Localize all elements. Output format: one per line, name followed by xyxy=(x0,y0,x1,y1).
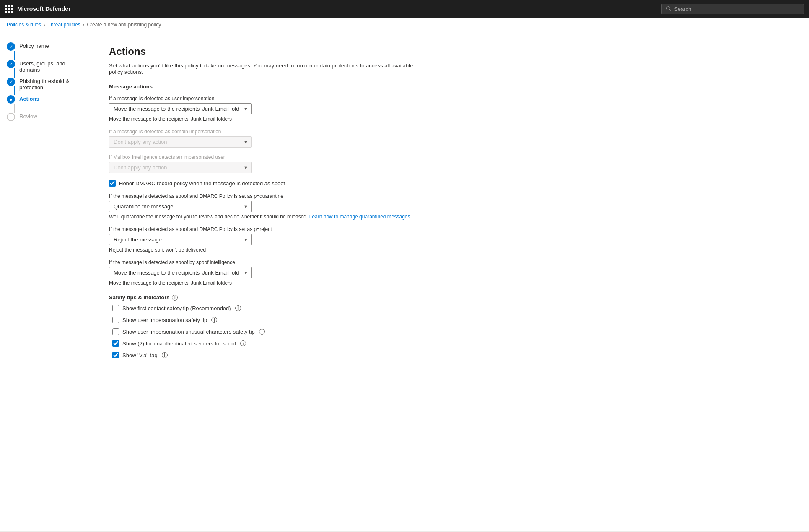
spoof-reject-label: If the message is detected as spoof and … xyxy=(109,226,792,232)
via-tag-info-icon[interactable]: i xyxy=(162,352,168,358)
spoof-intelligence-select-wrapper: Move the message to the recipients' Junk… xyxy=(109,267,252,278)
via-tag-label[interactable]: Show "via" tag xyxy=(122,352,158,358)
step-connector-2 xyxy=(14,68,15,78)
unauthenticated-senders-label[interactable]: Show (?) for unauthenticated senders for… xyxy=(122,340,236,347)
safety-tip-user-impersonation-row: Show user impersonation safety tip i xyxy=(112,317,792,323)
breadcrumb-sep-1: › xyxy=(44,22,45,27)
breadcrumb-policies-rules[interactable]: Policies & rules xyxy=(7,22,41,28)
user-impersonation-select-wrapper: Move the message to the recipients' Junk… xyxy=(109,103,252,114)
spoof-quarantine-select[interactable]: Quarantine the message Move the message … xyxy=(109,201,252,212)
sidebar-item-phishing-threshold[interactable]: ✓ Phishing threshold & protection xyxy=(7,78,85,95)
safety-checkboxes: Show first contact safety tip (Recommend… xyxy=(109,305,792,360)
unauthenticated-senders-checkbox[interactable] xyxy=(112,340,119,347)
step-connector-4 xyxy=(14,104,15,113)
domain-impersonation-select[interactable]: Don't apply any action xyxy=(109,136,252,148)
spoof-intelligence-helper: Move the message to the recipients' Junk… xyxy=(109,280,792,286)
safety-tips-title: Safety tips & indicators i xyxy=(109,294,792,301)
honor-dmarc-label[interactable]: Honor DMARC record policy when the messa… xyxy=(119,180,285,187)
quarantine-learn-more-link[interactable]: Learn how to manage quarantined messages xyxy=(309,214,410,220)
breadcrumb-current: Create a new anti-phishing policy xyxy=(87,22,161,28)
breadcrumb: Policies & rules › Threat policies › Cre… xyxy=(0,18,809,32)
main-content: Actions Set what actions you'd like this… xyxy=(92,32,809,531)
honor-dmarc-checkbox[interactable] xyxy=(109,180,116,187)
step-circle-phishing: ✓ xyxy=(7,78,15,86)
top-navigation: Microsoft Defender xyxy=(0,0,809,18)
user-imp-tip-info-icon[interactable]: i xyxy=(211,317,217,323)
user-impersonation-group: If a message is detected as user imperso… xyxy=(109,96,792,122)
spoof-intelligence-group: If the message is detected as spoof by s… xyxy=(109,260,792,286)
domain-impersonation-select-wrapper: Don't apply any action ▼ xyxy=(109,136,252,148)
search-box[interactable] xyxy=(661,4,804,14)
step-circle-policy-name: ✓ xyxy=(7,42,15,51)
spoof-reject-group: If the message is detected as spoof and … xyxy=(109,226,792,253)
spoof-reject-select[interactable]: Reject the message Quarantine the messag… xyxy=(109,234,252,245)
step-connector-1 xyxy=(14,51,15,60)
spoof-quarantine-label: If the message is detected as spoof and … xyxy=(109,193,792,199)
unauthenticated-info-icon[interactable]: i xyxy=(240,340,246,346)
safety-tip-first-contact-row: Show first contact safety tip (Recommend… xyxy=(112,305,792,311)
search-icon xyxy=(666,6,672,12)
sidebar-item-users-groups[interactable]: ✓ Users, groups, and domains xyxy=(7,60,85,78)
step-connector-3 xyxy=(14,86,15,95)
step-circle-users-groups: ✓ xyxy=(7,60,15,68)
safety-tips-section: Safety tips & indicators i Show first co… xyxy=(109,294,792,360)
unusual-chars-label[interactable]: Show user impersonation unusual characte… xyxy=(122,329,255,335)
search-input[interactable] xyxy=(674,6,799,12)
sidebar-item-policy-name[interactable]: ✓ Policy name xyxy=(7,42,85,60)
breadcrumb-threat-policies[interactable]: Threat policies xyxy=(48,22,80,28)
domain-impersonation-group: If a message is detected as domain imper… xyxy=(109,129,792,148)
unusual-chars-info-icon[interactable]: i xyxy=(259,329,265,335)
page-description: Set what actions you'd like this policy … xyxy=(109,62,423,75)
sidebar-item-actions[interactable]: ● Actions xyxy=(7,95,85,113)
spoof-quarantine-group: If the message is detected as spoof and … xyxy=(109,193,792,220)
safety-tip-via-tag-row: Show "via" tag i xyxy=(112,352,792,358)
step-circle-actions: ● xyxy=(7,95,15,104)
safety-tip-unauthenticated-row: Show (?) for unauthenticated senders for… xyxy=(112,340,792,347)
message-actions-label: Message actions xyxy=(109,83,792,90)
breadcrumb-sep-2: › xyxy=(83,22,85,27)
spoof-quarantine-select-wrapper: Quarantine the message Move the message … xyxy=(109,201,252,212)
sidebar: ✓ Policy name ✓ Users, groups, and domai… xyxy=(0,32,92,531)
page-layout: ✓ Policy name ✓ Users, groups, and domai… xyxy=(0,32,809,531)
domain-impersonation-label: If a message is detected as domain imper… xyxy=(109,129,792,135)
first-contact-label[interactable]: Show first contact safety tip (Recommend… xyxy=(122,305,231,311)
step-label-actions: Actions xyxy=(19,95,39,102)
user-impersonation-tip-checkbox[interactable] xyxy=(112,317,119,323)
step-circle-review xyxy=(7,113,15,121)
app-title: Microsoft Defender xyxy=(17,5,71,12)
mailbox-intelligence-select-wrapper: Don't apply any action ▼ xyxy=(109,162,252,173)
spoof-reject-select-wrapper: Reject the message Quarantine the messag… xyxy=(109,234,252,245)
app-grid-icon[interactable] xyxy=(5,5,13,13)
user-impersonation-label: If a message is detected as user imperso… xyxy=(109,96,792,101)
page-title: Actions xyxy=(109,46,792,57)
honor-dmarc-row: Honor DMARC record policy when the messa… xyxy=(109,180,792,187)
first-contact-checkbox[interactable] xyxy=(112,305,119,311)
spoof-intelligence-label: If the message is detected as spoof by s… xyxy=(109,260,792,265)
user-impersonation-helper: Move the message to the recipients' Junk… xyxy=(109,116,792,122)
sidebar-item-review[interactable]: Review xyxy=(7,113,85,121)
via-tag-checkbox[interactable] xyxy=(112,352,119,358)
spoof-intelligence-select[interactable]: Move the message to the recipients' Junk… xyxy=(109,267,252,278)
step-label-phishing: Phishing threshold & protection xyxy=(19,78,85,91)
step-label-users-groups: Users, groups, and domains xyxy=(19,60,85,73)
mailbox-intelligence-label: If Mailbox Intelligence detects an imper… xyxy=(109,154,792,160)
safety-tips-info-icon[interactable]: i xyxy=(172,295,178,301)
step-label-policy-name: Policy name xyxy=(19,42,49,49)
user-impersonation-tip-label[interactable]: Show user impersonation safety tip xyxy=(122,317,207,323)
user-impersonation-select[interactable]: Move the message to the recipients' Junk… xyxy=(109,103,252,114)
mailbox-intelligence-group: If Mailbox Intelligence detects an imper… xyxy=(109,154,792,173)
spoof-reject-helper: Reject the message so it won't be delive… xyxy=(109,247,792,253)
first-contact-info-icon[interactable]: i xyxy=(235,305,241,311)
unusual-chars-checkbox[interactable] xyxy=(112,328,119,335)
mailbox-intelligence-select[interactable]: Don't apply any action xyxy=(109,162,252,173)
spoof-quarantine-helper: We'll quarantine the message for you to … xyxy=(109,214,792,220)
safety-tip-unusual-chars-row: Show user impersonation unusual characte… xyxy=(112,328,792,335)
step-label-review: Review xyxy=(19,113,37,119)
